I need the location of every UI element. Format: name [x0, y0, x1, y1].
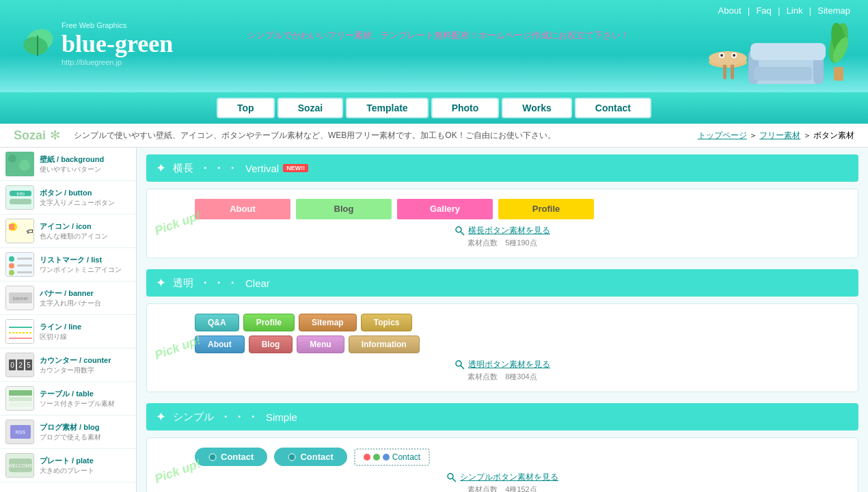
yokonaga-title: 横長: [173, 162, 193, 175]
main-content: ✦ 横長 ・・・ Vertival NEW!! Pick up! About B…: [137, 148, 868, 492]
nav-photo[interactable]: Photo: [431, 98, 500, 118]
simple-btn-1: Contact: [195, 448, 267, 466]
transparent-count: 素材点数 8種304点: [154, 372, 851, 382]
transparent-buttons-row1: Q&A Profile Sitemap Topics: [154, 314, 851, 331]
logo-area: Free Web Graphics blue-green http://blue…: [7, 16, 173, 66]
sidebar-desc-counter: カウンター用数字: [40, 366, 131, 374]
svg-rect-55: [9, 397, 32, 401]
svg-point-21: [8, 154, 16, 163]
sidebar-info-counter: カウンター / counter カウンター用数字: [40, 355, 131, 374]
nav-works[interactable]: Works: [502, 98, 572, 118]
nav-contact[interactable]: Contact: [575, 98, 651, 118]
trans-btn-about: About: [195, 336, 245, 353]
yokonaga-count: 素材点数 5種190点: [154, 238, 851, 248]
sidebar-title-button: ボタン / button: [40, 188, 131, 198]
svg-point-69: [448, 474, 453, 479]
breadcrumb-description: シンプルで使いやすい壁紙、アイコン、ボタンやテーブル素材など、WEB用フリー素材…: [60, 130, 698, 141]
simple-btn-2-label: Contact: [300, 452, 333, 462]
sidebar-item-blog[interactable]: RSS ブログ素材 / blog ブログで使える素材: [0, 415, 136, 449]
new-badge-1: NEW!!: [283, 164, 308, 172]
sidebar-title-counter: カウンター / counter: [40, 355, 131, 366]
svg-rect-54: [9, 390, 32, 396]
sidebar-item-wallpaper[interactable]: 壁紙 / background 使いやすいパターン: [0, 148, 136, 181]
svg-point-9: [720, 54, 723, 57]
sidebar-item-line[interactable]: ライン / line 区切り線: [0, 315, 136, 348]
simple-link[interactable]: シンプルボタン素材を見る: [460, 472, 558, 483]
header: About | Faq | Link | Sitemap Free Web Gr…: [0, 0, 868, 92]
sidebar-info-plate: プレート / plate 大きめのプレート: [40, 456, 131, 475]
sidebar-info-wallpaper: 壁紙 / background 使いやすいパターン: [40, 154, 131, 174]
sidebar-thumb-counter: 0 2 5: [5, 353, 34, 377]
sidebar-item-table[interactable]: テーブル / table ソース付きテーブル素材: [0, 382, 136, 415]
nav-sozai[interactable]: Sozai: [277, 98, 344, 118]
breadcrumb-free-link[interactable]: フリー素材: [759, 131, 800, 140]
svg-point-33: [9, 256, 14, 262]
sidebar-info-list: リストマーク / list ワンポイントミニアイコン: [40, 255, 131, 274]
sidebar-thumb-table: [5, 386, 34, 411]
sidebar-thumb-button: Info: [5, 185, 34, 210]
simple-title: シンプル: [173, 411, 214, 424]
trans-btn-sitemap: Sitemap: [299, 314, 357, 331]
svg-point-34: [9, 263, 14, 269]
trans-btn-blog: Blog: [249, 336, 293, 353]
sidebar-title-wallpaper: 壁紙 / background: [40, 154, 131, 165]
simple-buttons: Contact Contact Contact: [154, 448, 851, 466]
sidebar-title-blog: ブログ素材 / blog: [40, 422, 131, 433]
yokonaga-section-header: ✦ 横長 ・・・ Vertival NEW!!: [146, 154, 858, 182]
faq-link[interactable]: Faq: [756, 5, 771, 16]
leaf-icon: [21, 25, 55, 63]
yokonaga-link[interactable]: 横長ボタン素材を見る: [468, 225, 550, 236]
simple-btn-1-label: Contact: [221, 452, 254, 462]
sidebar-desc-plate: 大きめのプレート: [40, 466, 131, 475]
star-icon-1: ✦: [156, 161, 166, 176]
sitemap-link[interactable]: Sitemap: [817, 5, 850, 16]
sozai-label: Sozai: [14, 128, 46, 143]
svg-text:5: 5: [27, 361, 31, 369]
svg-point-65: [456, 361, 461, 366]
simple-dots: ・・・: [219, 409, 260, 425]
svg-text:Info: Info: [16, 191, 25, 196]
sidebar-info-line: ライン / line 区切り線: [40, 322, 131, 341]
svg-rect-23: [6, 185, 33, 210]
transparent-link[interactable]: 透明ボタン素材を見る: [468, 359, 550, 370]
sidebar-info-banner: バナー / banner 文字入れ用バナー台: [40, 288, 131, 308]
yokonaga-dots: ・・・: [199, 160, 240, 176]
svg-rect-30: [9, 224, 14, 230]
svg-point-35: [9, 270, 14, 275]
svg-line-70: [452, 478, 456, 482]
svg-text:RSS: RSS: [16, 430, 26, 435]
top-nav: About | Faq | Link | Sitemap: [0, 0, 868, 16]
sep3: |: [809, 6, 811, 16]
sidebar-item-icon[interactable]: ★ 🏷 アイコン / icon 色んな種類のアイコン: [0, 215, 136, 248]
transparent-section-header: ✦ 透明 ・・・ Clear: [146, 269, 858, 297]
sidebar-item-banner[interactable]: banner バナー / banner 文字入れ用バナー台: [0, 282, 136, 315]
trans-btn-topics: Topics: [361, 314, 413, 331]
sidebar-item-plate[interactable]: WELCOME プレート / plate 大きめのプレート: [0, 449, 136, 482]
sidebar-desc-table: ソース付きテーブル素材: [40, 399, 131, 408]
sidebar-info-table: テーブル / table ソース付きテーブル素材: [40, 389, 131, 408]
sidebar-thumb-line: [5, 319, 34, 344]
simple-section-header: ✦ シンプル ・・・ Simple: [146, 403, 858, 430]
svg-rect-14: [750, 43, 826, 60]
svg-point-10: [733, 54, 735, 57]
sidebar-item-counter[interactable]: 0 2 5 カウンター / counter カウンター用数字: [0, 348, 136, 382]
dot-green-icon: [373, 454, 380, 461]
sidebar-title-line: ライン / line: [40, 322, 131, 332]
sidebar-item-button[interactable]: Info ボタン / button 文字入りメニューボタン: [0, 181, 136, 215]
sidebar-desc-button: 文字入りメニューボタン: [40, 198, 131, 207]
sidebar-info-button: ボタン / button 文字入りメニューボタン: [40, 188, 131, 207]
nav-template[interactable]: Template: [346, 98, 428, 118]
sidebar-item-list[interactable]: リストマーク / list ワンポイントミニアイコン: [0, 248, 136, 282]
logo-main: blue-green: [62, 29, 173, 58]
yokonaga-btn-about: About: [195, 199, 290, 219]
link-link[interactable]: Link: [787, 5, 803, 16]
svg-rect-37: [17, 264, 32, 266]
nav-top[interactable]: Top: [217, 98, 275, 118]
sidebar-desc-list: ワンポイントミニアイコン: [40, 265, 131, 274]
about-link[interactable]: About: [718, 5, 742, 16]
svg-rect-26: [10, 199, 31, 204]
transparent-panel: Pick up! Q&A Profile Sitemap Topics Abou…: [146, 303, 858, 392]
trans-btn-qa: Q&A: [195, 314, 239, 331]
breadcrumb-top-link[interactable]: トップページ: [698, 131, 747, 140]
svg-rect-15: [754, 67, 812, 81]
